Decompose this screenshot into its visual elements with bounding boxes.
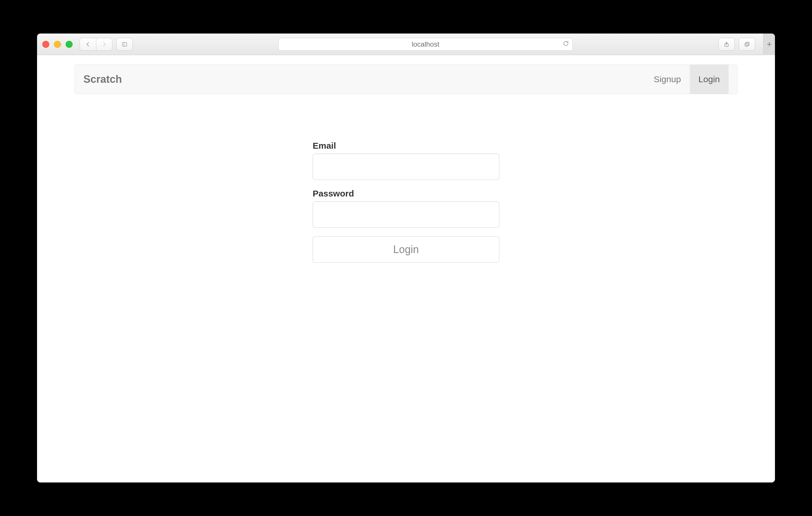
back-button[interactable] bbox=[80, 38, 96, 51]
app-navbar: Scratch Signup Login bbox=[75, 64, 737, 94]
sidebar-icon bbox=[122, 41, 127, 47]
toolbar-right bbox=[718, 38, 755, 51]
nav-signup[interactable]: Signup bbox=[645, 65, 690, 94]
address-bar[interactable]: localhost bbox=[278, 38, 573, 51]
chevron-right-icon bbox=[101, 41, 107, 47]
new-tab-button[interactable]: + bbox=[763, 33, 775, 55]
nav-links: Signup Login bbox=[645, 65, 729, 94]
brand-link[interactable]: Scratch bbox=[83, 73, 122, 85]
svg-rect-3 bbox=[745, 43, 748, 46]
reload-button[interactable] bbox=[562, 40, 569, 49]
login-form: Email Password Login bbox=[313, 141, 499, 263]
password-label: Password bbox=[313, 189, 499, 199]
minimize-window-button[interactable] bbox=[54, 41, 61, 48]
share-icon bbox=[724, 41, 729, 47]
address-area: localhost bbox=[133, 38, 718, 51]
safari-window: localhost bbox=[37, 33, 775, 483]
password-field[interactable] bbox=[313, 202, 499, 228]
share-button[interactable] bbox=[718, 38, 735, 51]
tabs-button[interactable] bbox=[739, 38, 755, 51]
forward-button[interactable] bbox=[96, 38, 112, 51]
email-label: Email bbox=[313, 141, 499, 151]
reload-icon bbox=[562, 40, 569, 47]
close-window-button[interactable] bbox=[42, 41, 49, 48]
email-field[interactable] bbox=[313, 154, 499, 180]
email-group: Email bbox=[313, 141, 499, 180]
safari-titlebar: localhost bbox=[37, 33, 775, 55]
fullscreen-window-button[interactable] bbox=[66, 41, 72, 48]
address-text: localhost bbox=[412, 40, 439, 49]
plus-icon: + bbox=[767, 39, 772, 49]
nav-login[interactable]: Login bbox=[690, 65, 729, 94]
nav-buttons bbox=[80, 38, 112, 51]
chevron-left-icon bbox=[85, 41, 91, 47]
password-group: Password bbox=[313, 189, 499, 228]
tabs-icon bbox=[744, 41, 750, 47]
svg-rect-0 bbox=[122, 42, 127, 46]
login-button[interactable]: Login bbox=[313, 236, 499, 263]
svg-rect-4 bbox=[746, 42, 749, 45]
page-viewport: Scratch Signup Login Email Password Logi… bbox=[37, 55, 775, 483]
window-controls bbox=[42, 41, 72, 48]
sidebar-toggle-button[interactable] bbox=[116, 38, 133, 51]
